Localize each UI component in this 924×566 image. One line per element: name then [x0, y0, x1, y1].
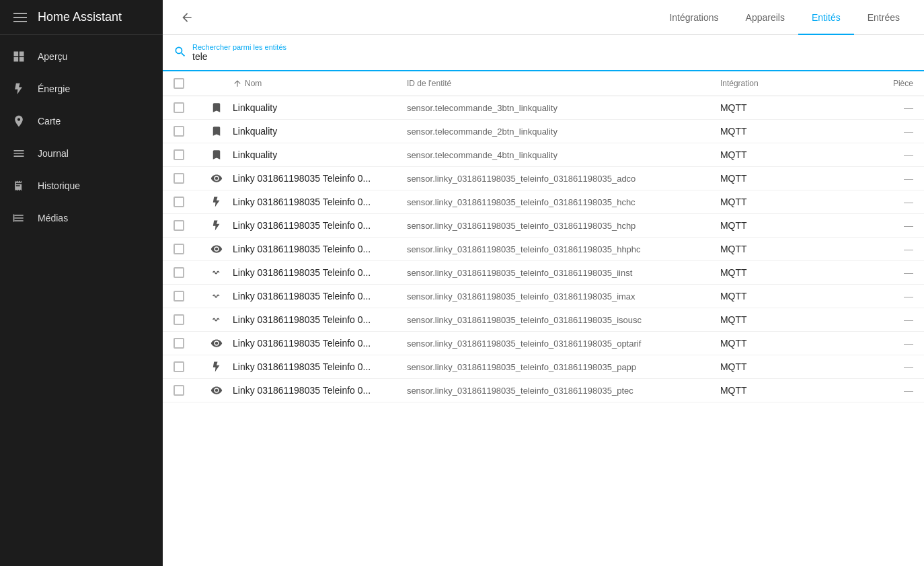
row-icon — [200, 267, 233, 279]
row-checkbox[interactable] — [174, 361, 184, 372]
sidebar-item-energie-label: Énergie — [38, 83, 70, 94]
search-area: Rechercher parmi les entités — [163, 35, 924, 71]
row-name: Linky 031861198035 Teleinfo 0... — [233, 197, 407, 207]
row-checkbox-col — [174, 244, 200, 254]
sidebar-item-energie[interactable]: Énergie — [0, 73, 163, 105]
entity-table: Nom ID de l'entité Intégration Pièce Lin… — [163, 71, 924, 566]
row-icon — [200, 102, 233, 114]
row-checkbox[interactable] — [174, 385, 184, 396]
sidebar-item-apercu[interactable]: Aperçu — [0, 40, 163, 73]
row-integration: MQTT — [720, 385, 859, 396]
back-button[interactable] — [174, 4, 200, 31]
journal-icon — [11, 145, 27, 162]
carte-icon — [11, 113, 27, 129]
row-icon — [200, 125, 233, 137]
row-checkbox[interactable] — [174, 102, 184, 113]
row-checkbox[interactable] — [174, 197, 184, 207]
sidebar-header: Home Assistant — [0, 0, 163, 35]
row-name: Linky 031861198035 Teleinfo 0... — [233, 291, 407, 302]
row-room: — — [859, 220, 913, 231]
row-checkbox[interactable] — [174, 173, 184, 184]
table-row[interactable]: Linkquality sensor.telecommande_2btn_lin… — [163, 120, 924, 143]
row-checkbox[interactable] — [174, 338, 184, 349]
tab-entrees[interactable]: Entrées — [854, 1, 913, 35]
row-checkbox[interactable] — [174, 314, 184, 325]
svg-rect-0 — [13, 214, 15, 222]
row-checkbox-col — [174, 385, 200, 396]
row-entity-id: sensor.linky_031861198035_teleinfo_03186… — [407, 174, 720, 184]
table-row[interactable]: Linkquality sensor.telecommande_3btn_lin… — [163, 96, 924, 120]
table-body: Linkquality sensor.telecommande_3btn_lin… — [163, 96, 924, 402]
header-check — [174, 78, 200, 89]
medias-icon — [11, 210, 27, 226]
row-checkbox-col — [174, 314, 200, 325]
table-row[interactable]: Linky 031861198035 Teleinfo 0... sensor.… — [163, 190, 924, 214]
row-room: — — [859, 149, 913, 160]
tab-appareils[interactable]: Appareils — [732, 1, 798, 35]
row-name: Linky 031861198035 Teleinfo 0... — [233, 361, 407, 372]
row-icon — [200, 361, 233, 373]
search-input[interactable] — [192, 51, 394, 62]
row-entity-id: sensor.linky_031861198035_teleinfo_03186… — [407, 339, 720, 349]
table-row[interactable]: Linky 031861198035 Teleinfo 0... sensor.… — [163, 379, 924, 402]
row-entity-id: sensor.telecommande_4btn_linkquality — [407, 150, 720, 160]
table-row[interactable]: Linky 031861198035 Teleinfo 0... sensor.… — [163, 332, 924, 355]
row-icon — [200, 290, 233, 302]
row-entity-id: sensor.linky_031861198035_teleinfo_03186… — [407, 291, 720, 302]
search-input-wrapper: Rechercher parmi les entités — [192, 43, 394, 62]
menu-button[interactable] — [11, 10, 30, 25]
sidebar-item-medias[interactable]: Médias — [0, 202, 163, 234]
table-row[interactable]: Linky 031861198035 Teleinfo 0... sensor.… — [163, 167, 924, 190]
row-integration: MQTT — [720, 244, 859, 254]
sidebar-item-journal-label: Journal — [38, 148, 69, 159]
row-checkbox[interactable] — [174, 267, 184, 278]
row-integration: MQTT — [720, 126, 859, 137]
tab-entites[interactable]: Entités — [798, 1, 854, 35]
row-checkbox-col — [174, 267, 200, 278]
table-row[interactable]: Linky 031861198035 Teleinfo 0... sensor.… — [163, 355, 924, 379]
row-checkbox-col — [174, 173, 200, 184]
row-checkbox[interactable] — [174, 220, 184, 231]
row-checkbox[interactable] — [174, 149, 184, 160]
row-name: Linkquality — [233, 126, 407, 137]
row-room: — — [859, 267, 913, 278]
table-row[interactable]: Linky 031861198035 Teleinfo 0... sensor.… — [163, 261, 924, 285]
row-checkbox[interactable] — [174, 244, 184, 254]
row-checkbox-col — [174, 149, 200, 160]
sidebar-item-historique-label: Historique — [38, 180, 80, 191]
grid-icon — [11, 48, 27, 65]
row-entity-id: sensor.linky_031861198035_teleinfo_03186… — [407, 362, 720, 372]
row-entity-id: sensor.linky_031861198035_teleinfo_03186… — [407, 197, 720, 207]
table-row[interactable]: Linky 031861198035 Teleinfo 0... sensor.… — [163, 238, 924, 261]
row-checkbox-col — [174, 126, 200, 137]
header-name[interactable]: Nom — [233, 79, 407, 88]
row-entity-id: sensor.telecommande_3btn_linkquality — [407, 103, 720, 113]
row-integration: MQTT — [720, 173, 859, 184]
table-row[interactable]: Linky 031861198035 Teleinfo 0... sensor.… — [163, 214, 924, 238]
row-name: Linky 031861198035 Teleinfo 0... — [233, 267, 407, 278]
search-hint: Rechercher parmi les entités — [192, 43, 394, 51]
row-room: — — [859, 361, 913, 372]
energie-icon — [11, 81, 27, 97]
sidebar-item-carte-label: Carte — [38, 116, 61, 127]
row-icon — [200, 172, 233, 184]
sidebar-item-journal[interactable]: Journal — [0, 137, 163, 170]
table-row[interactable]: Linkquality sensor.telecommande_4btn_lin… — [163, 143, 924, 167]
header-entity-id: ID de l'entité — [407, 79, 720, 88]
row-checkbox-col — [174, 102, 200, 113]
sidebar-item-historique[interactable]: Historique — [0, 170, 163, 202]
row-integration: MQTT — [720, 220, 859, 231]
row-name: Linkquality — [233, 149, 407, 160]
select-all-checkbox[interactable] — [174, 78, 184, 89]
sidebar-item-carte[interactable]: Carte — [0, 105, 163, 137]
row-icon — [200, 149, 233, 161]
row-checkbox[interactable] — [174, 291, 184, 302]
tab-integrations[interactable]: Intégrations — [656, 1, 732, 35]
table-row[interactable]: Linky 031861198035 Teleinfo 0... sensor.… — [163, 285, 924, 308]
table-row[interactable]: Linky 031861198035 Teleinfo 0... sensor.… — [163, 308, 924, 332]
row-checkbox[interactable] — [174, 126, 184, 137]
row-icon — [200, 196, 233, 208]
row-integration: MQTT — [720, 361, 859, 372]
app-title: Home Assistant — [38, 10, 122, 24]
row-entity-id: sensor.linky_031861198035_teleinfo_03186… — [407, 244, 720, 254]
